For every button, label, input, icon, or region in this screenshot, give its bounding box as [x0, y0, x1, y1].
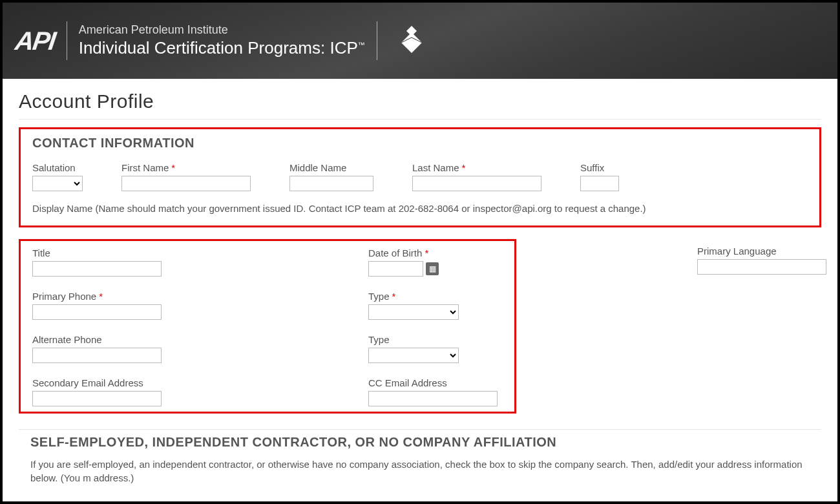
secondary-email-input[interactable] [32, 391, 162, 406]
contact-information-section: CONTACT INFORMATION Salutation First Nam… [19, 127, 821, 227]
first-name-label-text: First Name [121, 162, 169, 173]
middle-name-input[interactable] [289, 176, 373, 191]
primary-phone-label: Primary Phone* [32, 291, 368, 302]
required-icon: * [99, 291, 103, 302]
alternate-phone-input[interactable] [32, 348, 162, 363]
first-name-label: First Name* [121, 162, 251, 173]
divider [19, 429, 821, 430]
alt-phone-type-label: Type [368, 334, 523, 345]
title-label: Title [32, 247, 368, 258]
divider [19, 119, 821, 120]
primary-language-input[interactable] [697, 259, 826, 275]
section-title-contact: CONTACT INFORMATION [32, 136, 808, 151]
cc-email-label: CC Email Address [368, 377, 523, 388]
phone-type-label-text: Type [368, 291, 390, 302]
last-name-input[interactable] [412, 176, 541, 191]
dob-label-text: Date of Birth [368, 247, 422, 258]
phone-type-label: Type* [368, 291, 523, 302]
dob-label: Date of Birth* [368, 247, 523, 258]
calendar-icon[interactable]: ▦ [426, 262, 439, 275]
required-icon: * [392, 291, 396, 302]
primary-phone-type-select[interactable] [368, 304, 459, 320]
first-name-input[interactable] [121, 176, 251, 191]
app-header: API American Petroleum Institute Individ… [3, 3, 837, 79]
display-name-help: Display Name (Name should match your gov… [32, 203, 808, 214]
api-logo: API [14, 28, 56, 54]
salutation-select[interactable] [32, 176, 83, 191]
cc-email-input[interactable] [368, 391, 498, 406]
details-section: Title Date of Birth* ▦ Primary Phone* [19, 239, 516, 414]
header-title: Individual Certification Programs: ICP™ [79, 38, 365, 58]
primary-language-label: Primary Language [697, 246, 826, 257]
salutation-label: Salutation [32, 162, 83, 173]
self-employed-desc: If you are self-employed, an independent… [30, 457, 810, 485]
alternate-phone-label: Alternate Phone [32, 334, 368, 345]
last-name-label-text: Last Name [412, 162, 459, 173]
trademark: ™ [358, 41, 365, 48]
title-input[interactable] [32, 261, 162, 277]
last-name-label: Last Name* [412, 162, 541, 173]
header-subtitle: American Petroleum Institute [79, 23, 365, 37]
header-title-text: Individual Certification Programs: ICP [79, 38, 358, 58]
section-title-self-employed: SELF-EMPLOYED, INDEPENDENT CONTRACTOR, O… [30, 435, 810, 450]
divider [377, 21, 377, 60]
secondary-email-label: Secondary Email Address [32, 377, 368, 388]
middle-name-label: Middle Name [289, 162, 373, 173]
divider [67, 21, 67, 60]
required-icon: * [425, 247, 428, 258]
primary-phone-input[interactable] [32, 304, 162, 320]
diamond-icon [395, 25, 428, 57]
svg-marker-1 [401, 32, 422, 53]
alternate-phone-type-select[interactable] [368, 348, 459, 363]
required-icon: * [462, 162, 466, 173]
required-icon: * [171, 162, 175, 173]
primary-phone-label-text: Primary Phone [32, 291, 96, 302]
suffix-input[interactable] [580, 176, 619, 191]
header-text: American Petroleum Institute Individual … [79, 23, 365, 58]
suffix-label: Suffix [580, 162, 619, 173]
dob-input[interactable] [368, 261, 423, 277]
page-title: Account Profile [19, 90, 821, 112]
